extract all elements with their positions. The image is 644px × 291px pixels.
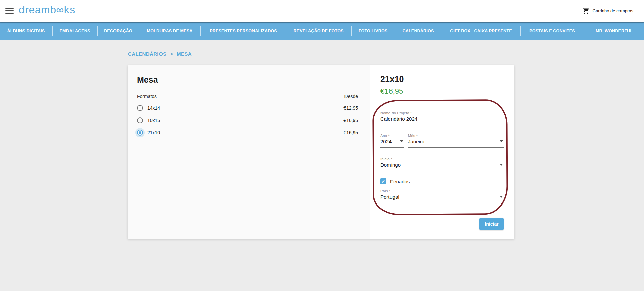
format-label: 21x10: [147, 130, 160, 135]
year-label: Ano *: [380, 134, 404, 138]
chevron-down-icon: [400, 140, 403, 142]
page-title: Mesa: [137, 75, 358, 85]
chevron-down-icon: [500, 196, 503, 198]
checkbox-checked-icon[interactable]: [380, 178, 386, 184]
year-select[interactable]: 2024: [380, 139, 404, 148]
nav-item-albuns-digitais[interactable]: ÁLBUNS DIGITAIS: [0, 22, 52, 40]
format-label: 14x14: [147, 105, 160, 111]
format-label: 10x15: [147, 118, 160, 123]
nav-item-mr-wonderful[interactable]: MR. WONDERFUL: [584, 22, 644, 40]
nav-item-presentes-personalizados[interactable]: PRESENTES PERSONALIZADOS: [201, 22, 286, 40]
holidays-checkbox-row[interactable]: Feriados: [380, 178, 504, 184]
year-field[interactable]: Ano * 2024: [380, 134, 404, 148]
month-field[interactable]: Mês * Janeiro: [408, 134, 504, 148]
breadcrumb-calendarios[interactable]: CALENDÁRIOS: [128, 51, 166, 57]
format-option-14x14[interactable]: 14x14 €12,95: [137, 104, 358, 112]
project-name-label: Nome do Projeto *: [380, 111, 504, 115]
breadcrumb-separator-icon: >: [170, 51, 173, 57]
breadcrumb-mesa[interactable]: MESA: [177, 51, 192, 57]
format-price: €12,95: [343, 105, 358, 111]
price-column-header: Desde: [344, 94, 358, 99]
main-nav: ÁLBUNS DIGITAIS EMBALAGENS DECORAÇÃO MOL…: [0, 22, 644, 40]
shopping-cart-icon: [583, 7, 590, 14]
nav-item-foto-livros[interactable]: FOTO LIVROS: [352, 22, 395, 40]
selected-format-title: 21x10: [380, 74, 504, 84]
formats-column-header: Formatos: [137, 94, 157, 99]
start-day-label: Início *: [380, 157, 504, 161]
country-label: País *: [380, 189, 504, 193]
breadcrumb: CALENDÁRIOS > MESA: [128, 51, 192, 57]
country-field[interactable]: País * Portugal: [380, 189, 504, 202]
formats-panel: Mesa Formatos Desde 14x14 €12,95 10x15 €…: [128, 65, 370, 239]
logo[interactable]: dreamb∞ks: [19, 4, 75, 16]
chevron-down-icon: [500, 164, 503, 166]
cart-button[interactable]: Carrinho de compras: [583, 7, 633, 14]
product-card: Mesa Formatos Desde 14x14 €12,95 10x15 €…: [128, 65, 514, 239]
nav-item-revelacao-de-fotos[interactable]: REVELAÇÃO DE FOTOS: [286, 22, 351, 40]
radio-unchecked-icon[interactable]: [137, 117, 143, 123]
nav-item-decoracao[interactable]: DECORAÇÃO: [98, 22, 139, 40]
start-button[interactable]: Iniciar: [479, 218, 504, 230]
nav-item-molduras-de-mesa[interactable]: MOLDURAS DE MESA: [139, 22, 200, 40]
format-price: €16,95: [343, 118, 358, 123]
cart-label: Carrinho de compras: [593, 8, 633, 13]
config-panel: 21x10 €16,95 Nome do Projeto * Calendári…: [370, 65, 514, 239]
format-price: €16,95: [343, 130, 358, 135]
nav-item-calendarios[interactable]: CALENDÁRIOS: [395, 22, 442, 40]
month-select[interactable]: Janeiro: [408, 139, 504, 148]
format-option-21x10[interactable]: 21x10 €16,95: [137, 128, 358, 137]
header: dreamb∞ks Carrinho de compras: [0, 0, 644, 22]
nav-item-embalagens[interactable]: EMBALAGENS: [53, 22, 97, 40]
project-name-field[interactable]: Nome do Projeto * Calendário 2024: [380, 111, 504, 124]
format-option-10x15[interactable]: 10x15 €16,95: [137, 116, 358, 125]
month-label: Mês *: [408, 134, 504, 138]
country-select[interactable]: Portugal: [380, 194, 504, 202]
radio-checked-icon[interactable]: [137, 130, 143, 136]
project-name-input[interactable]: Calendário 2024: [380, 116, 504, 124]
selected-format-price: €16,95: [380, 87, 504, 96]
start-day-select[interactable]: Domingo: [380, 162, 504, 170]
radio-unchecked-icon[interactable]: [137, 105, 143, 111]
nav-item-gift-box[interactable]: GIFT BOX - CAIXA PRESENTE: [442, 22, 520, 40]
start-day-field[interactable]: Início * Domingo: [380, 157, 504, 170]
holidays-label: Feriados: [390, 179, 410, 184]
chevron-down-icon: [500, 140, 503, 142]
nav-item-postais-e-convites[interactable]: POSTAIS E CONVITES: [521, 22, 584, 40]
hamburger-menu-icon[interactable]: [5, 8, 14, 14]
